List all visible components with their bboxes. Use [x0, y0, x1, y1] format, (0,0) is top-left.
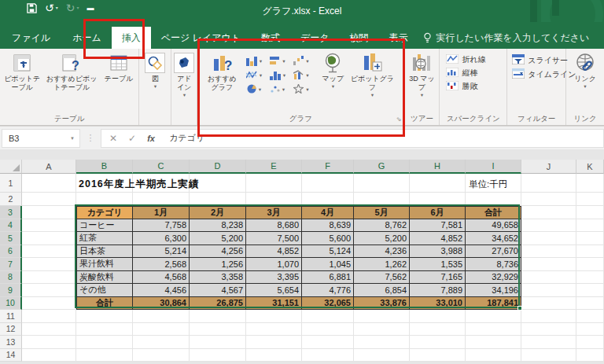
cell-H6[interactable]: 3,988: [410, 245, 466, 259]
cell-J11[interactable]: [521, 310, 576, 323]
cell-I6[interactable]: 27,670: [466, 245, 521, 259]
cell-K2[interactable]: [576, 193, 604, 206]
cell-I9[interactable]: 34,196: [466, 284, 521, 297]
cell-J5[interactable]: [521, 232, 576, 245]
cell-G11[interactable]: [354, 310, 410, 323]
cell-J14[interactable]: [521, 349, 576, 362]
enter-icon[interactable]: ✓: [128, 133, 136, 144]
cell-G10[interactable]: 33,876: [354, 297, 410, 311]
cell-A2[interactable]: [22, 193, 76, 206]
cell-D7[interactable]: 1,256: [190, 258, 246, 271]
cell-F4[interactable]: 8,639: [302, 219, 354, 233]
customize-qat-button[interactable]: ▬: [87, 5, 94, 12]
cell-G7[interactable]: 1,262: [354, 258, 410, 271]
insert-function-icon[interactable]: fx: [147, 134, 155, 143]
cell-B3[interactable]: カテゴリ: [76, 206, 133, 219]
cell-F10[interactable]: 32,065: [302, 297, 354, 311]
name-box-dropdown-icon[interactable]: ▼: [70, 136, 75, 141]
insert-combo-chart-button[interactable]: ▼: [289, 68, 313, 83]
cell-E11[interactable]: [246, 310, 302, 323]
cell-F2[interactable]: [302, 193, 354, 206]
cell-E3[interactable]: 3月: [246, 206, 302, 219]
cell-B4[interactable]: コーヒー: [76, 219, 133, 233]
cell-D6[interactable]: 4,256: [190, 245, 246, 259]
cell-H10[interactable]: 33,010: [410, 297, 466, 311]
cell-B11[interactable]: [76, 310, 133, 323]
cell-D2[interactable]: [190, 193, 246, 206]
cell-F8[interactable]: 6,881: [302, 271, 354, 285]
cell-A9[interactable]: [22, 284, 76, 297]
cell-D11[interactable]: [190, 310, 246, 323]
cell-B7[interactable]: 果汁飲料: [76, 258, 133, 271]
cell-I3[interactable]: 合計: [466, 206, 521, 219]
cell-B6[interactable]: 日本茶: [76, 245, 133, 259]
cell-C3[interactable]: 1月: [133, 206, 190, 219]
cell-J10[interactable]: [521, 297, 576, 311]
cell-C7[interactable]: 2,568: [133, 258, 190, 271]
cell-A7[interactable]: [22, 258, 76, 271]
cell-C6[interactable]: 5,214: [133, 245, 190, 259]
addins-button[interactable]: アドイン ▼: [173, 51, 195, 99]
tab-insert[interactable]: 挿入: [112, 27, 151, 49]
row-header-5[interactable]: 5: [0, 232, 22, 245]
cell-D5[interactable]: 5,200: [190, 232, 246, 245]
cell-B5[interactable]: 紅茶: [76, 232, 133, 245]
cell-K10[interactable]: [576, 297, 604, 311]
cell-K8[interactable]: [576, 271, 604, 285]
fill-handle[interactable]: [517, 306, 522, 311]
cell-I7[interactable]: 8,736: [466, 258, 521, 271]
cell-H4[interactable]: 7,581: [410, 219, 466, 233]
recommended-charts-button[interactable]: ? おすすめグラフ: [203, 51, 241, 94]
undo-button[interactable]: ↺▾: [45, 2, 58, 13]
insert-bar-chart-button[interactable]: ▼: [266, 54, 289, 68]
cell-E9[interactable]: 5,654: [246, 284, 302, 297]
cell-E8[interactable]: 3,395: [246, 271, 302, 285]
cell-G9[interactable]: 6,854: [354, 284, 410, 297]
cell-E5[interactable]: 7,500: [246, 232, 302, 245]
cell-J6[interactable]: [521, 245, 576, 259]
cell-J2[interactable]: [521, 193, 576, 206]
cell-I12[interactable]: [466, 323, 521, 336]
cell-H9[interactable]: 7,889: [410, 284, 466, 297]
cell-E7[interactable]: 1,070: [246, 258, 302, 271]
cell-G6[interactable]: 4,236: [354, 245, 410, 259]
cell-F9[interactable]: 4,776: [302, 284, 354, 297]
cell-G3[interactable]: 5月: [354, 206, 410, 219]
cell-G4[interactable]: 8,762: [354, 219, 410, 233]
insert-pie-chart-button[interactable]: ▼: [242, 83, 266, 97]
cell-B12[interactable]: [76, 323, 133, 336]
cell-H3[interactable]: 6月: [410, 206, 466, 219]
cell-F12[interactable]: [302, 323, 354, 336]
column-header-C[interactable]: C: [133, 160, 190, 174]
cell-I14[interactable]: [466, 349, 521, 362]
column-header-E[interactable]: E: [246, 160, 302, 174]
cell-E6[interactable]: 4,852: [246, 245, 302, 259]
cell-K6[interactable]: [576, 245, 604, 259]
cell-F11[interactable]: [302, 310, 354, 323]
cell-D3[interactable]: 2月: [190, 206, 246, 219]
cell-C2[interactable]: [133, 193, 190, 206]
cell-C5[interactable]: 6,300: [133, 232, 190, 245]
cell-J8[interactable]: [521, 271, 576, 285]
cell-K11[interactable]: [576, 310, 604, 323]
cell-F5[interactable]: 5,600: [302, 232, 354, 245]
cell-K7[interactable]: [576, 258, 604, 271]
cell-E2[interactable]: [246, 193, 302, 206]
cancel-icon[interactable]: ✕: [109, 133, 117, 144]
cell-A14[interactable]: [22, 349, 76, 362]
column-header-D[interactable]: D: [190, 160, 246, 174]
cell-A11[interactable]: [22, 310, 76, 323]
insert-waterfall-chart-button[interactable]: ▼: [289, 54, 313, 68]
cell-D12[interactable]: [190, 323, 246, 336]
cell-H11[interactable]: [410, 310, 466, 323]
cell-A13[interactable]: [22, 336, 76, 349]
cell-C9[interactable]: 4,456: [133, 284, 190, 297]
column-header-B[interactable]: B: [76, 160, 133, 174]
save-button[interactable]: [27, 3, 37, 13]
cell-F13[interactable]: [302, 336, 354, 349]
redo-button[interactable]: ↻▾: [66, 2, 79, 13]
cell-K5[interactable]: [576, 232, 604, 245]
cell-G8[interactable]: 7,562: [354, 271, 410, 285]
cell-A5[interactable]: [22, 232, 76, 245]
cell-G12[interactable]: [354, 323, 410, 336]
